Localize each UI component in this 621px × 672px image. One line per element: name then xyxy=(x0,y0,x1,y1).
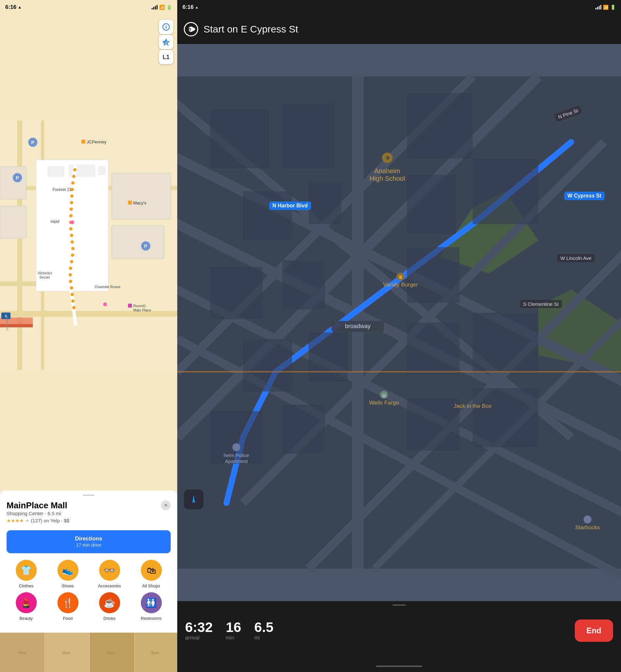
location-icon-right: ▲ xyxy=(195,5,199,9)
trip-info-bar: 6:32 arrival 16 min 6.5 mi End xyxy=(177,601,621,660)
svg-rect-58 xyxy=(128,304,132,308)
location-button-map[interactable] xyxy=(184,490,204,509)
svg-marker-129 xyxy=(192,495,195,503)
level-button[interactable]: L1 xyxy=(159,50,173,64)
time-display-right: 6:16 ▲ xyxy=(182,4,199,10)
svg-text:Jack in the Box: Jack in the Box xyxy=(454,403,492,409)
right-panel: 6:16 ▲ 📶 🔋 Start on E C xyxy=(177,0,621,672)
home-indicator-right xyxy=(177,660,621,672)
duration-label: min xyxy=(226,635,241,641)
allshops-label: All Shops xyxy=(142,583,160,588)
svg-text:Main Place: Main Place xyxy=(133,308,151,312)
svg-text:Varsity Burger: Varsity Burger xyxy=(383,282,418,288)
close-icon: ✕ xyxy=(164,503,168,508)
clothes-label: Clothes xyxy=(19,583,33,588)
svg-rect-104 xyxy=(407,323,459,375)
map-controls: i L1 xyxy=(159,20,173,64)
svg-text:heim Police: heim Police xyxy=(223,453,249,458)
rating-count: (127) xyxy=(31,518,42,523)
category-accessories[interactable]: 👓 Accessories xyxy=(90,560,129,588)
end-label: End xyxy=(586,626,601,635)
sheet-handle xyxy=(83,495,94,496)
nav-bar: Start on E Cypress St xyxy=(177,14,621,44)
restrooms-icon: 🚻 xyxy=(146,597,157,608)
arrival-time: 6:32 xyxy=(185,621,213,634)
category-beauty[interactable]: 💄 Beauty xyxy=(7,592,46,621)
svg-text:Store: Store xyxy=(107,651,115,655)
accessories-icon-circle: 👓 xyxy=(99,560,120,581)
category-restrooms[interactable]: 🚻 Restrooms xyxy=(132,592,171,621)
svg-rect-103 xyxy=(308,332,348,382)
svg-text:Main Place: Main Place xyxy=(6,316,9,331)
status-bar-left: 6:16 ▲ 📶 🔋 xyxy=(0,0,177,14)
svg-text:Wells Fargo: Wells Fargo xyxy=(369,400,399,406)
end-button[interactable]: End xyxy=(575,620,613,642)
category-shoes[interactable]: 👟 Shoes xyxy=(48,560,87,588)
wifi-icon-left: 📶 xyxy=(159,5,165,10)
svg-point-34 xyxy=(69,267,72,270)
directions-button[interactable]: Directions 17 min drive xyxy=(7,530,171,553)
bottom-image-strip: Store Store Store Store xyxy=(0,633,177,672)
svg-rect-52 xyxy=(128,201,132,205)
rating-source: on Yelp · $$ xyxy=(44,518,69,523)
clock-left: 6:16 xyxy=(5,4,16,10)
svg-text:P: P xyxy=(144,244,147,249)
distance-stat: 6.5 mi xyxy=(254,621,274,641)
battery-icon-left: 🔋 xyxy=(166,5,172,10)
svg-point-41 xyxy=(70,220,74,224)
svg-rect-108 xyxy=(407,398,459,451)
svg-point-24 xyxy=(70,201,73,204)
stars: ★★★★ xyxy=(7,518,24,524)
svg-rect-101 xyxy=(407,247,459,303)
map-left: 5 Main Place xyxy=(0,0,177,491)
svg-rect-94 xyxy=(407,93,473,159)
allshops-icon: 🛍 xyxy=(147,565,156,576)
svg-point-20 xyxy=(72,175,76,178)
svg-text:broadway: broadway xyxy=(345,323,371,329)
home-bar-right xyxy=(376,665,422,667)
svg-text:High School: High School xyxy=(370,175,405,182)
svg-rect-10 xyxy=(112,173,171,219)
svg-rect-95 xyxy=(243,191,292,241)
svg-point-25 xyxy=(70,208,73,211)
clock-right: 6:16 xyxy=(182,4,194,10)
svg-point-23 xyxy=(70,195,74,198)
svg-text:🎓: 🎓 xyxy=(385,156,390,161)
svg-text:Store: Store xyxy=(18,651,26,655)
clothes-icon: 👕 xyxy=(20,565,32,576)
svg-point-31 xyxy=(71,247,75,250)
svg-point-33 xyxy=(70,260,73,263)
beauty-icon-circle: 💄 xyxy=(16,592,37,613)
place-rating: ★★★★ ★ (127) on Yelp · $$ xyxy=(7,517,69,524)
svg-point-29 xyxy=(70,234,73,237)
restrooms-label: Restrooms xyxy=(141,616,162,621)
svg-point-122 xyxy=(233,443,240,451)
drinks-icon-circle: ☕ xyxy=(99,592,120,613)
svg-text:🏦: 🏦 xyxy=(382,393,386,397)
category-clothes[interactable]: 👕 Clothes xyxy=(7,560,46,588)
distance-label: mi xyxy=(254,635,274,641)
category-drinks[interactable]: ☕ Drinks xyxy=(90,592,129,621)
duration-value: 16 xyxy=(226,621,241,634)
shoes-icon: 👟 xyxy=(62,565,74,576)
info-button[interactable]: i xyxy=(159,20,173,34)
category-food[interactable]: 🍴 Food xyxy=(48,592,87,621)
food-icon-circle: 🍴 xyxy=(57,592,78,613)
categories-grid: 👕 Clothes 👟 Shoes 👓 Accessories 🛍 xyxy=(7,560,171,621)
close-button[interactable]: ✕ xyxy=(161,500,171,510)
svg-text:Store: Store xyxy=(151,651,159,655)
wifi-icon-right: 📶 xyxy=(603,5,609,10)
svg-text:P: P xyxy=(16,175,19,180)
place-header: MainPlace Mall Shopping Center · 6.5 mi … xyxy=(7,500,171,529)
accessories-label: Accessories xyxy=(98,583,121,588)
svg-text:Secret: Secret xyxy=(39,275,50,279)
category-allshops[interactable]: 🛍 All Shops xyxy=(132,560,171,588)
svg-text:i: i xyxy=(165,24,167,30)
location-button[interactable] xyxy=(159,35,173,49)
nav-icon xyxy=(184,22,198,36)
arrival-label: arrival xyxy=(185,635,213,641)
svg-text:Victoria's: Victoria's xyxy=(38,271,52,275)
svg-text:Forever 21: Forever 21 xyxy=(52,187,72,192)
svg-rect-96 xyxy=(308,181,341,224)
allshops-icon-circle: 🛍 xyxy=(141,560,162,581)
